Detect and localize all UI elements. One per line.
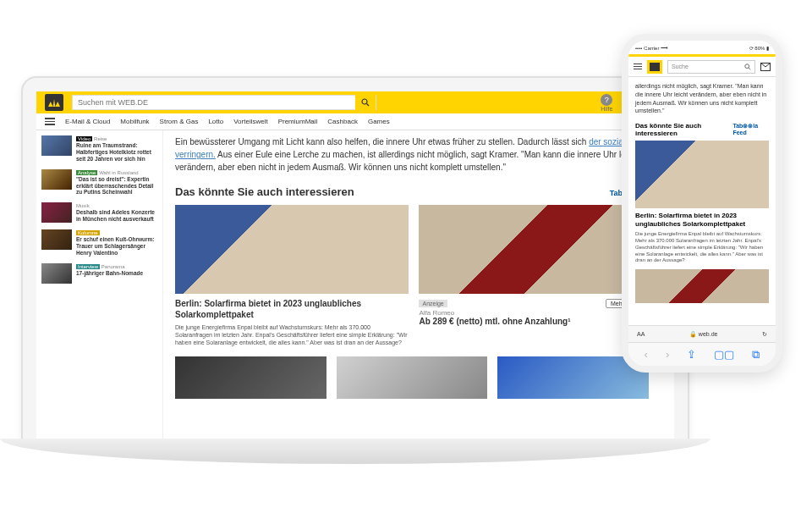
url-label: 🔒 web.de <box>689 331 718 338</box>
article-text-post: Aus einer Eule eine Lerche zu machen, is… <box>175 150 639 172</box>
sidebar-thumb <box>41 263 72 284</box>
card-title: Ab 289 € (netto) mtl. ohne Anzahlung¹ <box>419 317 652 328</box>
nav-item[interactable]: Games <box>368 118 390 125</box>
search-input[interactable]: Suche <box>667 60 755 74</box>
article-paragraph: allerdings nicht möglich, sagt Kramer. "… <box>635 82 769 115</box>
search-bar <box>72 95 376 110</box>
nav-item[interactable]: Strom & Gas <box>160 118 199 125</box>
sidebar-tag: Kolumne <box>76 230 100 235</box>
svg-line-3 <box>749 68 750 69</box>
thumbnail[interactable] <box>337 356 488 399</box>
ad-badge: Anzeige <box>419 300 447 307</box>
svg-point-0 <box>362 99 367 104</box>
sidebar-thumb <box>41 202 72 223</box>
forward-icon[interactable]: › <box>666 348 669 361</box>
menu-icon[interactable] <box>45 118 55 125</box>
article-main: Ein bewüssterer Umgang mit Licht kann al… <box>163 130 674 439</box>
nav-item[interactable]: Vorteilswelt <box>233 118 267 125</box>
tabs-icon[interactable]: ⧉ <box>752 348 760 362</box>
card-image <box>175 205 409 294</box>
safari-url-bar[interactable]: AA 🔒 web.de ↻ <box>628 325 776 342</box>
mail-icon[interactable] <box>760 63 771 71</box>
article-paragraph: Ein bewüssterer Umgang mit Licht kann al… <box>175 135 662 174</box>
svg-line-1 <box>367 104 370 107</box>
thumbnail[interactable] <box>175 356 326 399</box>
phone-mockup: •••• Carrier ⟶ ⟳ 80% ▮ Suche allerdings … <box>622 34 782 373</box>
sidebar-thumb <box>41 169 72 190</box>
laptop-mockup: ? Hilfe Mail-Acc E-Mail & Cloud Mobilfun… <box>21 76 689 440</box>
card-image[interactable] <box>635 141 769 208</box>
text-size-button[interactable]: AA <box>637 331 645 337</box>
sidebar-tag: Analyse <box>76 170 97 175</box>
menu-icon[interactable] <box>634 64 642 70</box>
nav-item[interactable]: E-Mail & Cloud <box>65 118 110 125</box>
help-icon: ? <box>601 94 612 106</box>
nav-item[interactable]: PremiumMail <box>278 118 318 125</box>
card-brand: Alfa Romeo <box>419 309 652 317</box>
nav-item[interactable]: Mobilfunk <box>120 118 149 125</box>
sidebar-item[interactable]: Interview Panorama17-jähriger Bahn-Nomad… <box>41 263 157 284</box>
bookmarks-icon[interactable]: ▢▢ <box>714 348 734 361</box>
recommendation-card[interactable]: Anzeige Mehr erfahren Alfa Romeo Ab 289 … <box>419 205 652 346</box>
card-title: Berlin: Solarfirma bietet in 2023 unglau… <box>175 299 409 320</box>
sidebar-item[interactable]: Video ReiseRuine am Traumstrand: Halbfer… <box>41 135 157 163</box>
search-button[interactable] <box>355 95 376 110</box>
help-button[interactable]: ? Hilfe <box>601 94 612 112</box>
recommendation-cards: Berlin: Solarfirma bietet in 2023 unglau… <box>175 205 662 346</box>
news-sidebar: Video ReiseRuine am Traumstrand: Halbfer… <box>36 130 163 439</box>
sidebar-headline: Deshalb sind Adeles Konzerte in München … <box>76 209 155 222</box>
thumbnail-row <box>175 356 662 399</box>
sidebar-cat: Wahl in Russland <box>99 170 138 175</box>
webde-logo[interactable] <box>647 60 662 74</box>
article-text-pre: Ein bewüssterer Umgang mit Licht kann al… <box>175 137 589 146</box>
search-placeholder: Suche <box>672 64 689 69</box>
nav-item[interactable]: Cashback <box>327 118 358 125</box>
sidebar-headline: "Das ist so dreist": Expertin erklärt üb… <box>76 176 153 196</box>
sidebar-thumb <box>41 135 72 156</box>
phone-screen: •••• Carrier ⟶ ⟳ 80% ▮ Suche allerdings … <box>628 41 776 366</box>
recommendation-header: Das könnte Sie auch interessieren Tab⊚⊚l… <box>175 185 662 198</box>
laptop-screen: ? Hilfe Mail-Acc E-Mail & Cloud Mobilfun… <box>36 91 674 439</box>
help-label: Hilfe <box>601 106 612 112</box>
nav-item[interactable]: Lotto <box>208 118 223 125</box>
battery-label: ⟳ 80% ▮ <box>749 45 769 51</box>
recommendation-header: Das könnte Sie auch interessieren Tab⊚⊚l… <box>635 122 769 137</box>
sidebar-item[interactable]: MusikDeshalb sind Adeles Konzerte in Mün… <box>41 202 157 223</box>
laptop-base <box>0 439 710 464</box>
sidebar-tag: Interview <box>76 264 100 269</box>
card-image[interactable] <box>635 269 769 303</box>
recommendation-card[interactable]: Berlin: Solarfirma bietet in 2023 unglau… <box>175 205 409 346</box>
sidebar-cat: Panorama <box>102 264 125 269</box>
taboola-logo[interactable]: Tab⊚⊚la Feed <box>732 123 769 135</box>
main-nav: E-Mail & Cloud Mobilfunk Strom & Gas Lot… <box>36 113 674 130</box>
sidebar-headline: Er schuf einen Kult-Ohrwurm: Trauer um S… <box>76 236 154 256</box>
section-title: Das könnte Sie auch interessieren <box>175 185 354 198</box>
card-description: Die junge Energiefirma Enpal bleibt auf … <box>635 231 769 264</box>
sidebar-item[interactable]: KolumneEr schuf einen Kult-Ohrwurm: Trau… <box>41 229 157 257</box>
back-icon[interactable]: ‹ <box>645 348 648 361</box>
card-image <box>419 205 652 294</box>
sidebar-cat: Musik <box>76 203 90 208</box>
reload-icon[interactable]: ↻ <box>762 331 767 338</box>
phone-site-header: Suche <box>628 57 776 77</box>
sidebar-headline: Ruine am Traumstrand: Halbfertiges Hotel… <box>76 142 151 162</box>
card-description: Die junge Energiefirma Enpal bleibt auf … <box>175 323 409 346</box>
carrier-label: •••• Carrier ⟶ <box>635 45 668 51</box>
phone-status-bar: •••• Carrier ⟶ ⟳ 80% ▮ <box>628 41 776 54</box>
webde-logo[interactable] <box>45 94 63 111</box>
sidebar-item[interactable]: Analyse Wahl in Russland"Das ist so drei… <box>41 169 157 196</box>
site-header: ? Hilfe Mail-Acc <box>36 91 674 113</box>
section-title: Das könnte Sie auch interessieren <box>635 122 732 137</box>
sidebar-headline: 17-jähriger Bahn-Nomade <box>76 270 143 276</box>
sidebar-thumb <box>41 229 72 250</box>
phone-content: allerdings nicht möglich, sagt Kramer. "… <box>628 77 776 308</box>
share-icon[interactable]: ⇪ <box>687 348 696 361</box>
safari-toolbar: ‹ › ⇪ ▢▢ ⧉ <box>628 342 776 366</box>
sidebar-tag: Video <box>76 136 92 141</box>
search-input[interactable] <box>73 98 355 107</box>
svg-point-2 <box>745 64 749 68</box>
card-title[interactable]: Berlin: Solarfirma bietet in 2023 unglau… <box>635 212 769 229</box>
sidebar-cat: Reise <box>94 136 107 141</box>
